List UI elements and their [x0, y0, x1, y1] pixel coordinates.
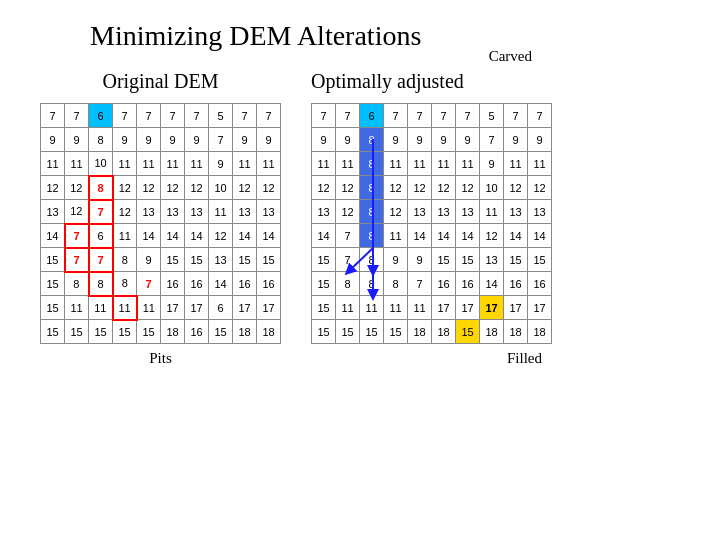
right-cell: 13: [528, 200, 552, 224]
right-cell: 15: [336, 320, 360, 344]
left-cell: 9: [209, 152, 233, 176]
right-column: Optimally adjusted Carved 77677775779989…: [311, 70, 552, 367]
right-cell: 8: [360, 128, 384, 152]
left-cell: 15: [41, 272, 65, 296]
right-cell: 11: [384, 224, 408, 248]
right-cell: 15: [528, 248, 552, 272]
left-cell: 7: [185, 104, 209, 128]
left-cell: 11: [137, 152, 161, 176]
left-cell: 12: [41, 176, 65, 200]
left-cell: 11: [113, 296, 137, 320]
right-cell: 18: [408, 320, 432, 344]
left-cell: 18: [257, 320, 281, 344]
left-cell: 12: [137, 176, 161, 200]
left-cell: 18: [233, 320, 257, 344]
left-cell: 16: [257, 272, 281, 296]
left-cell: 12: [113, 176, 137, 200]
left-cell: 15: [41, 320, 65, 344]
right-cell: 15: [432, 248, 456, 272]
right-cell: 16: [528, 272, 552, 296]
left-cell: 13: [41, 200, 65, 224]
left-cell: 11: [65, 296, 89, 320]
right-cell: 8: [360, 224, 384, 248]
left-cell: 13: [209, 248, 233, 272]
right-cell: 7: [408, 272, 432, 296]
right-cell: 5: [480, 104, 504, 128]
right-cell: 15: [312, 248, 336, 272]
right-cell: 9: [432, 128, 456, 152]
right-cell: 13: [432, 200, 456, 224]
right-cell: 18: [528, 320, 552, 344]
left-cell: 15: [137, 320, 161, 344]
right-cell: 6: [360, 104, 384, 128]
left-cell: 15: [161, 248, 185, 272]
left-cell: 9: [233, 128, 257, 152]
left-cell: 6: [209, 296, 233, 320]
left-cell: 8: [65, 272, 89, 296]
left-cell: 15: [41, 248, 65, 272]
right-cell: 15: [312, 296, 336, 320]
right-cell: 7: [336, 104, 360, 128]
right-cell: 8: [384, 272, 408, 296]
right-cell: 11: [528, 152, 552, 176]
right-cell: 8: [360, 200, 384, 224]
left-cell: 6: [89, 224, 113, 248]
right-cell: 12: [384, 200, 408, 224]
right-cell: 12: [504, 176, 528, 200]
right-cell: 9: [456, 128, 480, 152]
right-cell: 13: [456, 200, 480, 224]
left-cell: 7: [257, 104, 281, 128]
left-cell: 8: [113, 248, 137, 272]
right-cell: 14: [528, 224, 552, 248]
right-cell: 9: [312, 128, 336, 152]
pits-label: Pits: [149, 350, 172, 367]
left-cell: 13: [185, 200, 209, 224]
left-cell: 15: [257, 248, 281, 272]
left-cell: 15: [233, 248, 257, 272]
right-cell: 12: [408, 176, 432, 200]
right-cell: 13: [312, 200, 336, 224]
right-cell: 7: [408, 104, 432, 128]
right-cell: 15: [456, 320, 480, 344]
right-cell: 11: [408, 152, 432, 176]
right-cell: 7: [528, 104, 552, 128]
left-cell: 17: [161, 296, 185, 320]
left-cell: 7: [41, 104, 65, 128]
left-cell: 7: [65, 224, 89, 248]
left-cell: 15: [65, 320, 89, 344]
left-cell: 13: [161, 200, 185, 224]
right-cell: 11: [504, 152, 528, 176]
left-cell: 11: [89, 296, 113, 320]
right-cell: 13: [480, 248, 504, 272]
right-cell: 15: [504, 248, 528, 272]
left-cell: 9: [41, 128, 65, 152]
left-cell: 9: [161, 128, 185, 152]
right-label: Optimally adjusted: [311, 70, 552, 93]
main-columns: Original DEM 776777757799899997991111101…: [40, 70, 680, 367]
left-cell: 14: [209, 272, 233, 296]
right-cell: 14: [408, 224, 432, 248]
right-grid-container: 7767777577998999979911118111111119111112…: [311, 103, 552, 344]
left-cell: 11: [113, 224, 137, 248]
left-cell: 7: [65, 104, 89, 128]
right-cell: 7: [504, 104, 528, 128]
right-cell: 11: [336, 152, 360, 176]
left-cell: 9: [65, 128, 89, 152]
right-cell: 16: [504, 272, 528, 296]
right-cell: 10: [480, 176, 504, 200]
page: Minimizing DEM Alterations Original DEM …: [0, 0, 720, 540]
left-cell: 11: [41, 152, 65, 176]
left-cell: 17: [233, 296, 257, 320]
left-cell: 14: [233, 224, 257, 248]
right-cell: 9: [408, 128, 432, 152]
left-cell: 9: [185, 128, 209, 152]
right-cell: 9: [384, 128, 408, 152]
right-cell: 15: [384, 320, 408, 344]
right-cell: 18: [432, 320, 456, 344]
right-cell: 9: [480, 152, 504, 176]
left-cell: 7: [209, 128, 233, 152]
left-cell: 6: [89, 104, 113, 128]
right-grid-table: 7767777577998999979911118111111119111112…: [311, 103, 552, 344]
right-cell: 16: [432, 272, 456, 296]
left-cell: 7: [89, 200, 113, 224]
